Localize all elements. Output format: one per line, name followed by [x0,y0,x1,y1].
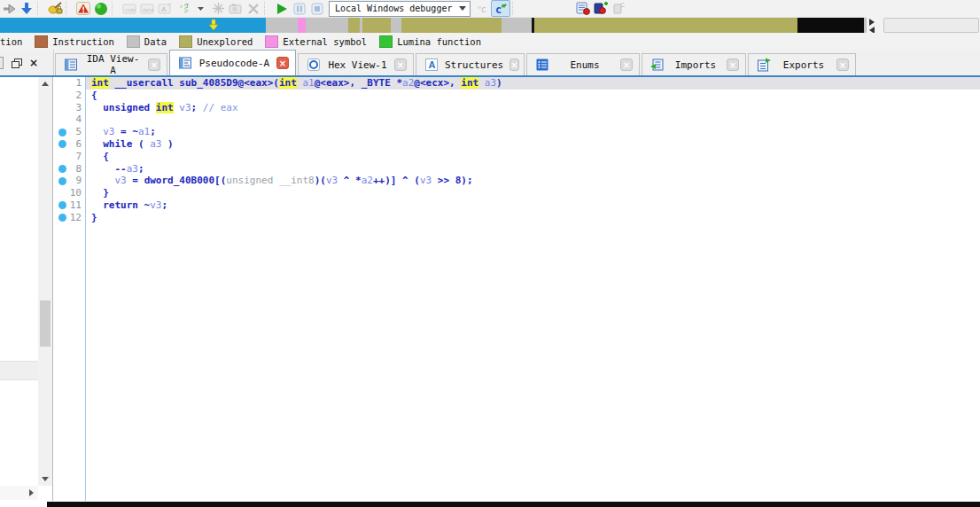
tab-close-icon[interactable]: × [727,58,739,71]
tab-close-icon[interactable]: × [836,58,849,71]
breakpoint-list-icon[interactable] [574,1,592,16]
navband-segment-data[interactable] [502,18,532,34]
legend-label: tion [0,36,22,47]
make-data-icon[interactable]: data [138,1,156,16]
navband-segment-data[interactable] [266,18,298,34]
patch-brush-icon[interactable] [46,1,64,16]
compile-c-icon[interactable]: c [491,0,510,17]
functions-selected-row[interactable] [0,361,38,380]
legend-label: Data [144,36,167,47]
legend-label: Instruction [52,36,114,47]
snapshot-icon[interactable] [227,1,245,16]
problem-warning-icon[interactable] [74,1,92,16]
navband-segment-data[interactable] [306,18,348,34]
imports-icon [650,58,665,72]
toolbar-separator [264,2,271,15]
address-dot-icon[interactable] [58,165,66,173]
start-process-icon[interactable] [273,1,291,16]
pause-process-icon[interactable] [291,1,308,16]
tab-label: Enums [556,59,614,71]
code-line-6[interactable]: while ( a3 ) [86,138,980,151]
tab-ida-view-a[interactable]: IDA View-A× [55,53,167,75]
tab-exports[interactable]: Exports× [748,53,856,75]
tab-label: IDA View-A [84,53,142,76]
attach-c-icon[interactable]: ʺc [473,1,491,16]
tab-hex-view-1[interactable]: Hex View-1× [298,53,414,75]
code-line-2[interactable]: { [86,90,980,102]
nav-forward-icon[interactable] [0,1,18,16]
breakpoint-add-icon[interactable] [592,1,610,16]
functions-vscrollbar[interactable] [38,77,52,486]
debugger-select-value: Local Windows debugger [335,4,452,13]
code-line-3[interactable]: unsigned int v3; // eax [86,102,980,114]
tab-label: Pseudocode-A [198,58,270,69]
address-dot-icon[interactable] [58,177,66,185]
navband-segment-unexplored[interactable] [362,18,391,34]
address-dot-icon[interactable] [58,129,66,136]
main-toolbar: codedataA’sLocal Windows debuggerʺcc [0,0,980,17]
toolbar-separator [112,2,119,15]
navband-segment-unexplored[interactable] [534,18,797,34]
tab-enums[interactable]: Enums× [526,53,640,75]
functions-hscrollbar[interactable] [0,486,38,500]
code-line-8[interactable]: --a3; [86,163,980,176]
breakpoint-disable-icon[interactable] [610,1,627,16]
code-line-11[interactable]: return ~v3; [86,199,980,212]
tab-pseudocode-a[interactable]: Pseudocode-A× [169,50,296,75]
scroll-down-icon[interactable] [38,472,52,486]
freeze-icon[interactable] [209,1,227,16]
cancel-icon[interactable] [245,1,262,16]
svg-text:A: A [161,5,167,13]
code-line-12[interactable]: } [86,212,980,224]
code-line-10[interactable]: } [86,187,980,199]
vscrollbar-thumb[interactable] [40,300,51,347]
debugger-select[interactable]: Local Windows debugger [329,1,471,17]
scroll-right-icon[interactable] [24,486,38,499]
rename-icon[interactable]: A [156,1,174,16]
tab-close-icon[interactable]: × [276,57,289,69]
make-code-icon[interactable]: code [121,1,138,16]
dock-close-icon[interactable]: × [29,58,38,67]
line-number: 5 [53,126,85,138]
navband-segment-unexplored[interactable] [401,18,502,34]
scroll-up-icon[interactable] [38,77,52,90]
stop-process-icon[interactable] [308,1,326,16]
address-dot-icon[interactable] [58,201,66,209]
pseudocode-icon [178,56,192,70]
chevron-down-icon[interactable] [459,6,466,11]
navband-scroll-right-icon[interactable] [869,19,875,26]
code-line-5[interactable]: v3 = ~a1; [86,126,980,138]
line-number: 10 [53,187,85,199]
functions-panel[interactable] [0,77,53,501]
legend-item: Instruction [35,35,114,48]
navigation-band[interactable] [0,17,867,34]
navband-segment-unknown[interactable] [797,18,864,34]
tab-close-icon[interactable]: × [509,58,518,71]
dropdown-caret-icon[interactable] [191,1,209,16]
code-line-1[interactable]: int __usercall sub_4085D9@<eax>(int a1@<… [86,77,980,90]
line-number: 11 [53,199,85,212]
address-dot-icon[interactable] [58,214,66,222]
pseudocode-view[interactable]: int __usercall sub_4085D9@<eax>(int a1@<… [86,77,980,501]
dock-restore-icon[interactable] [12,58,21,67]
tab-close-icon[interactable]: × [394,58,407,71]
make-string-icon[interactable]: ’s [174,1,191,16]
address-dot-icon[interactable] [58,140,66,148]
svg-text:ʺc: ʺc [478,4,486,14]
tab-structures[interactable]: AStructures× [416,53,525,75]
code-line-4[interactable] [86,113,980,126]
legend-item: External symbol [265,35,367,48]
run-ball-icon[interactable] [92,1,110,16]
navband-segment-data[interactable] [391,18,401,34]
navband-segment-data[interactable] [864,18,867,34]
navband-segment-external-symbol[interactable] [298,18,306,34]
jump-down-icon[interactable] [18,1,35,16]
tab-close-icon[interactable]: × [620,58,633,71]
code-line-9[interactable]: v3 = dword_40B000[(unsigned __int8)(v3 ^… [86,175,980,187]
code-line-7[interactable]: { [86,151,980,163]
tab-imports[interactable]: Imports× [642,53,746,75]
navband-segment-unexplored[interactable] [348,18,360,34]
navband-segment-library-function[interactable] [0,18,266,34]
navband-spare-area [883,18,979,33]
tab-close-icon[interactable]: × [148,58,160,71]
